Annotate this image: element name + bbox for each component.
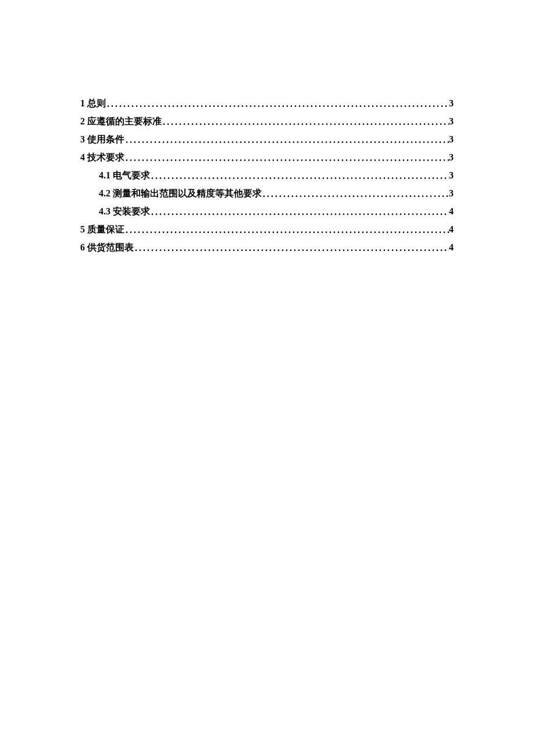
toc-title: 总则 [87, 98, 106, 108]
toc-page-number: 3 [449, 153, 454, 162]
toc-title: 技术要求 [87, 152, 124, 162]
toc-entry[interactable]: 3 使用条件 3 [80, 135, 454, 144]
toc-title: 供货范围表 [87, 242, 134, 252]
table-of-contents: 1 总则 32 应遵循的主要标准 33 使用条件 34 技术要求 34.1 电气… [80, 99, 454, 252]
toc-entry[interactable]: 2 应遵循的主要标准 3 [80, 117, 454, 126]
toc-leader-dots [124, 153, 449, 163]
toc-entry[interactable]: 4.3 安装要求 4 [80, 207, 454, 216]
toc-entry[interactable]: 4 技术要求 3 [80, 153, 454, 162]
toc-leader-dots [150, 207, 449, 217]
toc-label: 4 技术要求 [80, 153, 124, 162]
toc-page-number: 4 [449, 243, 454, 252]
toc-leader-dots [262, 189, 449, 199]
toc-page-number: 3 [449, 171, 454, 180]
toc-entry[interactable]: 1 总则 3 [80, 99, 454, 108]
toc-page-number: 4 [449, 225, 454, 234]
toc-leader-dots [134, 243, 449, 253]
toc-page-number: 3 [449, 189, 454, 198]
toc-page-number: 3 [449, 99, 454, 108]
toc-number: 4.1 [99, 170, 110, 180]
toc-leader-dots [124, 135, 449, 145]
toc-title: 应遵循的主要标准 [87, 116, 162, 126]
toc-number: 6 [80, 242, 85, 252]
toc-entry[interactable]: 4.2 测量和输出范围以及精度等其他要求 3 [80, 189, 454, 198]
toc-entry[interactable]: 5 质量保证 4 [80, 225, 454, 234]
toc-title: 测量和输出范围以及精度等其他要求 [113, 188, 262, 198]
toc-label: 5 质量保证 [80, 225, 124, 234]
page: 1 总则 32 应遵循的主要标准 33 使用条件 34 技术要求 34.1 电气… [0, 0, 535, 252]
toc-label: 4.3 安装要求 [99, 207, 150, 216]
toc-title: 使用条件 [87, 134, 124, 144]
toc-label: 2 应遵循的主要标准 [80, 117, 162, 126]
toc-title: 安装要求 [113, 206, 150, 216]
toc-entry[interactable]: 4.1 电气要求 3 [80, 171, 454, 180]
toc-page-number: 4 [449, 207, 454, 216]
toc-number: 1 [80, 98, 85, 108]
toc-label: 6 供货范围表 [80, 243, 134, 252]
toc-number: 4.2 [99, 188, 110, 198]
toc-title: 质量保证 [87, 224, 124, 234]
toc-number: 4 [80, 152, 85, 162]
toc-number: 4.3 [99, 206, 110, 216]
toc-label: 4.1 电气要求 [99, 171, 150, 180]
toc-number: 2 [80, 116, 85, 126]
toc-title: 电气要求 [113, 170, 150, 180]
toc-page-number: 3 [449, 135, 454, 144]
toc-label: 4.2 测量和输出范围以及精度等其他要求 [99, 189, 262, 198]
toc-number: 3 [80, 134, 85, 144]
toc-entry[interactable]: 6 供货范围表 4 [80, 243, 454, 252]
toc-label: 3 使用条件 [80, 135, 124, 144]
toc-leader-dots [162, 117, 449, 127]
toc-label: 1 总则 [80, 99, 106, 108]
toc-leader-dots [150, 171, 449, 181]
toc-leader-dots [124, 225, 449, 235]
toc-leader-dots [106, 99, 449, 109]
toc-number: 5 [80, 224, 85, 234]
toc-page-number: 3 [449, 117, 454, 126]
